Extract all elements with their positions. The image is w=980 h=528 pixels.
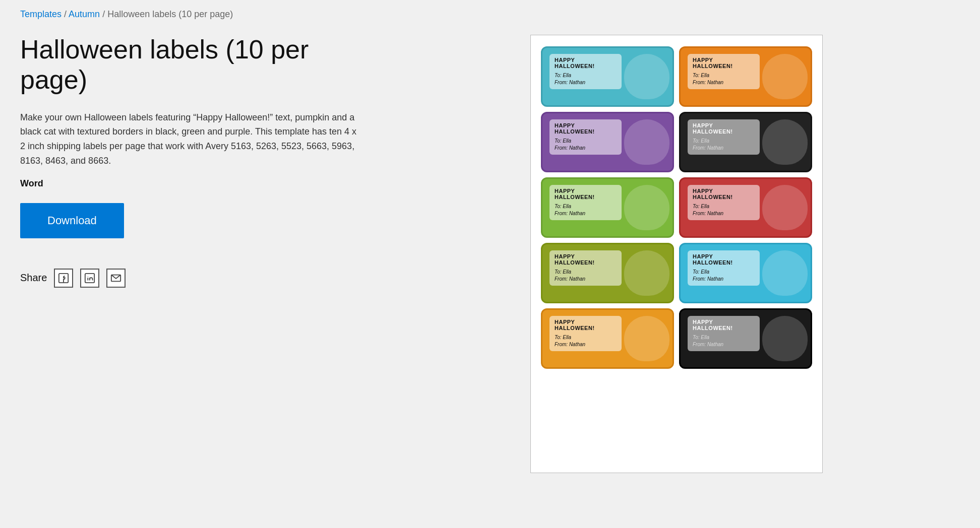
label-to-5: To: Ella [555,203,617,210]
label-from-3: From: Nathan [555,145,617,152]
label-to-3: To: Ella [555,138,617,145]
preview-box: HAPPY HALLOWEEN!To: EllaFrom: NathanHAPP… [530,35,823,473]
right-panel: HAPPY HALLOWEEN!To: EllaFrom: NathanHAPP… [393,35,960,473]
label-from-10: From: Nathan [693,341,755,348]
breadcrumb-current: Halloween labels (10 per page) [107,9,233,19]
label-card-9: HAPPY HALLOWEEN!To: EllaFrom: Nathan [541,308,674,369]
label-to-7: To: Ella [555,269,617,276]
label-title-1: HAPPY HALLOWEEN! [555,57,617,69]
page-container: Templates / Autumn / Halloween labels (1… [0,0,980,493]
label-from-4: From: Nathan [693,145,755,152]
label-to-1: To: Ella [555,72,617,79]
left-panel: Halloween labels (10 per page) Make your… [20,35,363,288]
label-from-9: From: Nathan [555,341,617,348]
label-card-10: HAPPY HALLOWEEN!To: EllaFrom: Nathan [679,308,812,369]
label-card-6: HAPPY HALLOWEEN!To: EllaFrom: Nathan [679,177,812,238]
label-title-9: HAPPY HALLOWEEN! [555,319,617,331]
breadcrumb-sep2: / [102,9,107,19]
label-to-10: To: Ella [693,334,755,341]
label-title-3: HAPPY HALLOWEEN! [555,122,617,135]
page-title: Halloween labels (10 per page) [20,35,363,95]
labels-grid: HAPPY HALLOWEEN!To: EllaFrom: NathanHAPP… [541,46,812,369]
label-title-2: HAPPY HALLOWEEN! [693,57,755,69]
breadcrumb-autumn[interactable]: Autumn [69,9,100,19]
label-title-6: HAPPY HALLOWEEN! [693,188,755,200]
label-title-5: HAPPY HALLOWEEN! [555,188,617,200]
share-label: Share [20,272,47,284]
linkedin-share-button[interactable] [80,269,99,288]
breadcrumb-templates[interactable]: Templates [20,9,62,19]
label-from-7: From: Nathan [555,276,617,283]
label-title-10: HAPPY HALLOWEEN! [693,319,755,331]
label-from-2: From: Nathan [693,79,755,86]
label-card-4: HAPPY HALLOWEEN!To: EllaFrom: Nathan [679,112,812,172]
label-to-6: To: Ella [693,203,755,210]
facebook-share-button[interactable] [54,269,73,288]
label-from-5: From: Nathan [555,210,617,217]
label-to-9: To: Ella [555,334,617,341]
label-card-2: HAPPY HALLOWEEN!To: EllaFrom: Nathan [679,46,812,107]
label-title-7: HAPPY HALLOWEEN! [555,253,617,266]
label-card-8: HAPPY HALLOWEEN!To: EllaFrom: Nathan [679,243,812,303]
label-to-4: To: Ella [693,138,755,145]
label-card-7: HAPPY HALLOWEEN!To: EllaFrom: Nathan [541,243,674,303]
share-row: Share [20,269,363,288]
download-button[interactable]: Download [20,203,124,238]
word-label: Word [20,178,363,189]
label-to-2: To: Ella [693,72,755,79]
label-from-6: From: Nathan [693,210,755,217]
label-card-3: HAPPY HALLOWEEN!To: EllaFrom: Nathan [541,112,674,172]
label-card-1: HAPPY HALLOWEEN!To: EllaFrom: Nathan [541,46,674,107]
label-card-5: HAPPY HALLOWEEN!To: EllaFrom: Nathan [541,177,674,238]
label-to-8: To: Ella [693,269,755,276]
label-from-1: From: Nathan [555,79,617,86]
label-title-4: HAPPY HALLOWEEN! [693,122,755,135]
description-text: Make your own Halloween labels featuring… [20,110,363,168]
breadcrumb: Templates / Autumn / Halloween labels (1… [20,9,960,20]
label-from-8: From: Nathan [693,276,755,283]
label-title-8: HAPPY HALLOWEEN! [693,253,755,266]
email-share-button[interactable] [106,269,126,288]
main-content: Halloween labels (10 per page) Make your… [20,35,960,473]
breadcrumb-sep1: / [64,9,69,19]
